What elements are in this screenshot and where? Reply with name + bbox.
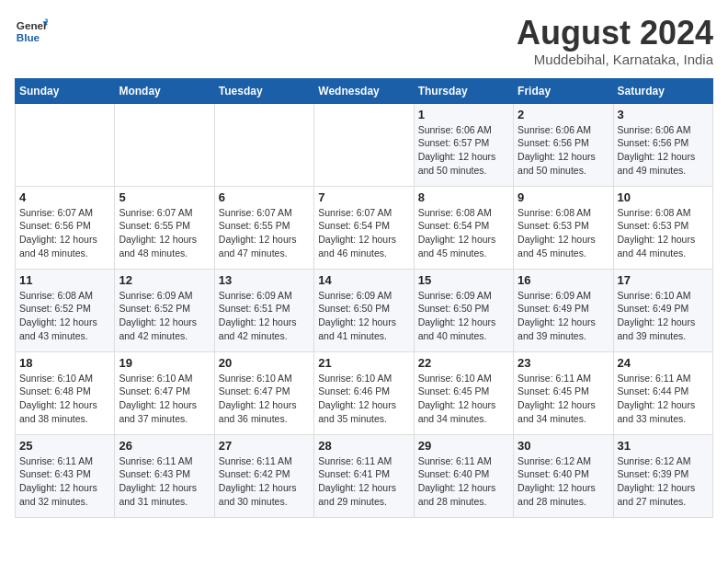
day-number: 31 (618, 439, 709, 453)
calendar-cell: 10Sunrise: 6:08 AM Sunset: 6:53 PM Dayli… (613, 186, 712, 269)
calendar-cell: 3Sunrise: 6:06 AM Sunset: 6:56 PM Daylig… (613, 103, 712, 186)
weekday-header-row: SundayMondayTuesdayWednesdayThursdayFrid… (16, 78, 713, 103)
calendar-cell: 2Sunrise: 6:06 AM Sunset: 6:56 PM Daylig… (514, 103, 613, 186)
day-info: Sunrise: 6:10 AM Sunset: 6:49 PM Dayligh… (618, 289, 709, 343)
day-info: Sunrise: 6:10 AM Sunset: 6:45 PM Dayligh… (418, 372, 509, 426)
calendar-cell: 17Sunrise: 6:10 AM Sunset: 6:49 PM Dayli… (613, 269, 712, 351)
day-number: 26 (119, 439, 210, 453)
weekday-header-thursday: Thursday (414, 78, 513, 103)
svg-text:General: General (17, 19, 48, 31)
calendar-cell: 21Sunrise: 6:10 AM Sunset: 6:46 PM Dayli… (314, 351, 414, 434)
calendar-cell: 20Sunrise: 6:10 AM Sunset: 6:47 PM Dayli… (214, 351, 313, 434)
main-title: August 2024 (517, 15, 713, 52)
day-number: 16 (518, 273, 609, 287)
calendar-cell: 1Sunrise: 6:06 AM Sunset: 6:57 PM Daylig… (414, 103, 513, 186)
day-info: Sunrise: 6:09 AM Sunset: 6:50 PM Dayligh… (318, 289, 409, 343)
day-info: Sunrise: 6:09 AM Sunset: 6:50 PM Dayligh… (418, 289, 509, 343)
day-info: Sunrise: 6:07 AM Sunset: 6:54 PM Dayligh… (318, 206, 409, 260)
day-info: Sunrise: 6:07 AM Sunset: 6:56 PM Dayligh… (19, 206, 110, 260)
day-number: 18 (19, 356, 110, 370)
calendar-week-row: 11Sunrise: 6:08 AM Sunset: 6:52 PM Dayli… (16, 269, 713, 351)
weekday-header-sunday: Sunday (16, 78, 115, 103)
day-info: Sunrise: 6:10 AM Sunset: 6:46 PM Dayligh… (318, 372, 409, 426)
day-number: 8 (418, 190, 509, 204)
calendar-cell: 30Sunrise: 6:12 AM Sunset: 6:40 PM Dayli… (514, 434, 613, 517)
header: General Blue August 2024 Muddebihal, Kar… (15, 15, 713, 67)
calendar-cell: 29Sunrise: 6:11 AM Sunset: 6:40 PM Dayli… (414, 434, 513, 517)
calendar-cell: 6Sunrise: 6:07 AM Sunset: 6:55 PM Daylig… (214, 186, 313, 269)
day-info: Sunrise: 6:11 AM Sunset: 6:43 PM Dayligh… (119, 454, 210, 509)
calendar-cell (214, 103, 313, 186)
day-info: Sunrise: 6:06 AM Sunset: 6:56 PM Dayligh… (618, 123, 709, 178)
weekday-header-tuesday: Tuesday (214, 78, 313, 103)
day-number: 15 (418, 273, 509, 287)
calendar-cell: 24Sunrise: 6:11 AM Sunset: 6:44 PM Dayli… (613, 351, 712, 434)
weekday-header-monday: Monday (115, 78, 214, 103)
day-number: 29 (418, 439, 509, 453)
day-number: 28 (318, 439, 409, 453)
calendar-cell: 23Sunrise: 6:11 AM Sunset: 6:45 PM Dayli… (514, 351, 613, 434)
calendar-cell: 18Sunrise: 6:10 AM Sunset: 6:48 PM Dayli… (16, 351, 115, 434)
day-info: Sunrise: 6:12 AM Sunset: 6:40 PM Dayligh… (518, 454, 609, 509)
day-info: Sunrise: 6:07 AM Sunset: 6:55 PM Dayligh… (119, 206, 210, 260)
day-info: Sunrise: 6:10 AM Sunset: 6:47 PM Dayligh… (119, 372, 210, 426)
calendar-cell (314, 103, 414, 186)
day-info: Sunrise: 6:11 AM Sunset: 6:40 PM Dayligh… (418, 454, 509, 509)
day-info: Sunrise: 6:11 AM Sunset: 6:43 PM Dayligh… (19, 454, 110, 509)
day-info: Sunrise: 6:11 AM Sunset: 6:42 PM Dayligh… (219, 454, 310, 509)
weekday-header-friday: Friday (514, 78, 613, 103)
calendar-cell: 14Sunrise: 6:09 AM Sunset: 6:50 PM Dayli… (314, 269, 414, 351)
day-info: Sunrise: 6:07 AM Sunset: 6:55 PM Dayligh… (219, 206, 310, 260)
calendar-cell (115, 103, 214, 186)
day-number: 14 (318, 273, 409, 287)
calendar-table: SundayMondayTuesdayWednesdayThursdayFrid… (15, 78, 713, 518)
calendar-cell (16, 103, 115, 186)
calendar-cell: 16Sunrise: 6:09 AM Sunset: 6:49 PM Dayli… (514, 269, 613, 351)
day-number: 10 (618, 190, 709, 204)
calendar-week-row: 18Sunrise: 6:10 AM Sunset: 6:48 PM Dayli… (16, 351, 713, 434)
logo-icon: General Blue (15, 15, 48, 48)
day-number: 1 (418, 108, 509, 121)
day-number: 13 (219, 273, 310, 287)
day-number: 22 (418, 356, 509, 370)
day-number: 5 (119, 190, 210, 204)
day-info: Sunrise: 6:11 AM Sunset: 6:44 PM Dayligh… (618, 372, 709, 426)
title-area: August 2024 Muddebihal, Karnataka, India (517, 15, 713, 67)
calendar-cell: 7Sunrise: 6:07 AM Sunset: 6:54 PM Daylig… (314, 186, 414, 269)
day-info: Sunrise: 6:06 AM Sunset: 6:57 PM Dayligh… (418, 123, 509, 178)
calendar-cell: 19Sunrise: 6:10 AM Sunset: 6:47 PM Dayli… (115, 351, 214, 434)
day-info: Sunrise: 6:10 AM Sunset: 6:48 PM Dayligh… (19, 372, 110, 426)
calendar-cell: 12Sunrise: 6:09 AM Sunset: 6:52 PM Dayli… (115, 269, 214, 351)
calendar-cell: 31Sunrise: 6:12 AM Sunset: 6:39 PM Dayli… (613, 434, 712, 517)
calendar-cell: 11Sunrise: 6:08 AM Sunset: 6:52 PM Dayli… (16, 269, 115, 351)
day-number: 11 (19, 273, 110, 287)
calendar-cell: 8Sunrise: 6:08 AM Sunset: 6:54 PM Daylig… (414, 186, 513, 269)
calendar-week-row: 1Sunrise: 6:06 AM Sunset: 6:57 PM Daylig… (16, 103, 713, 186)
day-info: Sunrise: 6:08 AM Sunset: 6:52 PM Dayligh… (19, 289, 110, 343)
day-info: Sunrise: 6:10 AM Sunset: 6:47 PM Dayligh… (219, 372, 310, 426)
day-number: 6 (219, 190, 310, 204)
day-info: Sunrise: 6:11 AM Sunset: 6:45 PM Dayligh… (518, 372, 609, 426)
day-number: 4 (19, 190, 110, 204)
calendar-week-row: 4Sunrise: 6:07 AM Sunset: 6:56 PM Daylig… (16, 186, 713, 269)
day-number: 17 (618, 273, 709, 287)
day-info: Sunrise: 6:09 AM Sunset: 6:51 PM Dayligh… (219, 289, 310, 343)
day-info: Sunrise: 6:09 AM Sunset: 6:49 PM Dayligh… (518, 289, 609, 343)
calendar-cell: 26Sunrise: 6:11 AM Sunset: 6:43 PM Dayli… (115, 434, 214, 517)
svg-text:Blue: Blue (17, 31, 40, 43)
day-number: 12 (119, 273, 210, 287)
day-number: 24 (618, 356, 709, 370)
day-number: 7 (318, 190, 409, 204)
calendar-cell: 5Sunrise: 6:07 AM Sunset: 6:55 PM Daylig… (115, 186, 214, 269)
calendar-cell: 28Sunrise: 6:11 AM Sunset: 6:41 PM Dayli… (314, 434, 414, 517)
day-number: 20 (219, 356, 310, 370)
day-number: 27 (219, 439, 310, 453)
day-info: Sunrise: 6:08 AM Sunset: 6:54 PM Dayligh… (418, 206, 509, 260)
calendar-cell: 22Sunrise: 6:10 AM Sunset: 6:45 PM Dayli… (414, 351, 513, 434)
calendar-cell: 9Sunrise: 6:08 AM Sunset: 6:53 PM Daylig… (514, 186, 613, 269)
day-number: 25 (19, 439, 110, 453)
calendar-week-row: 25Sunrise: 6:11 AM Sunset: 6:43 PM Dayli… (16, 434, 713, 517)
calendar-cell: 27Sunrise: 6:11 AM Sunset: 6:42 PM Dayli… (214, 434, 313, 517)
day-number: 21 (318, 356, 409, 370)
day-number: 2 (518, 108, 609, 121)
